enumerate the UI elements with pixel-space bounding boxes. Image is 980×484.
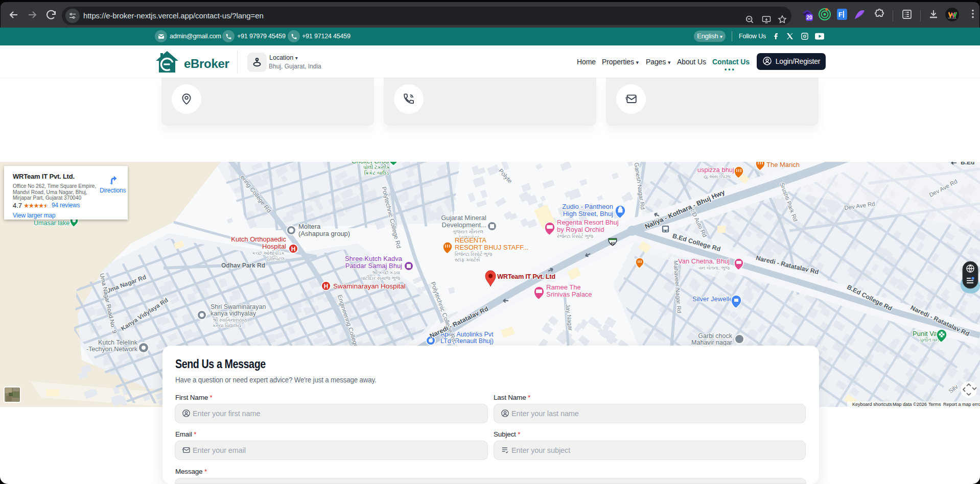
svg-text:Development...: Development... [442,221,486,229]
svg-text:હોસ્પિટલ: હોસ્પિટલ [267,256,285,261]
svg-text:F: F [838,11,843,18]
svg-text:Moltera: Moltera [298,223,321,230]
svg-text:શ્રી કચ્છ કડવા: શ્રી કચ્છ કડવા [372,270,400,275]
svg-text:WRTeam IT Pvt. Ltd: WRTeam IT Pvt. Ltd [497,273,555,280]
svg-text:યુ.એસ. પિઝા: યુ.એસ. પિઝા [704,174,731,179]
svg-text:The Marich: The Marich [766,162,800,168]
svg-text:પુનીત વન: પુનીત વન [920,337,939,343]
svg-text:Shri Swaminarayan: Shri Swaminarayan [211,303,266,310]
svg-text:Srinivas Palace: Srinivas Palace [546,291,592,298]
svg-text:Zudio - Pantheon: Zudio - Pantheon [562,203,613,210]
svg-text:રેજેન્ટા રિસોર્ટ ભુજ: રેજેન્ટા રિસોર્ટ ભુજ [557,233,593,239]
svg-text:H: H [291,246,296,253]
svg-text:Report a map error: Report a map error [943,402,980,407]
svg-text:કચ્છ ઓર્થોપેડિક: કચ્છ ઓર્થોપેડિક [252,250,285,256]
svg-text:પાટીદાર સમાજ ભુજ: પાટીદાર સમાજ ભુજ [361,275,400,281]
svg-text:20: 20 [806,15,812,20]
svg-text:ગુજરાત મીનરલ: ગુજરાત મીનરલ [452,229,483,234]
svg-text:Keyboard shortcuts: Keyboard shortcuts [852,402,892,407]
svg-text:LTd (Renault Bhuj): LTd (Renault Bhuj) [440,337,494,345]
svg-text:Terms: Terms [928,402,941,407]
svg-text:વન ચેતના, ભુજ: વન ચેતના, ભુજ [698,265,730,271]
svg-text:Map data ©2026: Map data ©2026 [893,402,927,407]
svg-text:Kutch Telelink: Kutch Telelink [98,339,138,346]
svg-text:B.Ed: B.Ed [961,162,974,166]
svg-text:કન્યા વિદ્યાલય: કન્યા વિદ્યાલય [213,323,242,328]
svg-text:Shree Kutch Kadva: Shree Kutch Kadva [345,255,403,262]
svg-text:REGENTA: REGENTA [455,236,486,244]
svg-text:H: H [324,283,329,290]
svg-text:Hospital: Hospital [262,243,286,250]
svg-text:Swaminarayan Hospital: Swaminarayan Hospital [333,282,406,290]
svg-text:Gujarat Mineral: Gujarat Mineral [441,214,486,222]
svg-text:ક્રિકેટ ચાઉંડ: ક્રિકેટ ચાઉંડ [364,168,389,176]
svg-text:Odhav Park Rd: Odhav Park Rd [221,262,265,269]
svg-text:High Street, Bhuj: High Street, Bhuj [563,210,613,217]
svg-text:WRTeam: WRTeam [948,17,956,19]
svg-text:Ramee The: Ramee The [546,283,581,291]
svg-text:by Royal Orchid: by Royal Orchid [557,226,604,233]
svg-text:સ્ટાફ ક્વાર્ટર્સ: સ્ટાફ ક્વાર્ટર્સ [455,257,480,262]
svg-text:Kutch Orthopaedic: Kutch Orthopaedic [231,235,286,243]
svg-text:(Ashapura group): (Ashapura group) [298,230,350,237]
svg-text:રિજેન્ટા રિસોર્ટ ભુજ: રિજેન્ટા રિસોર્ટ ભુજ [455,251,492,257]
svg-text:Umasar lake: Umasar lake [34,220,69,227]
svg-text:kanya vidhyalay: kanya vidhyalay [211,310,256,317]
svg-text:Regenta Resort Bhuj: Regenta Resort Bhuj [557,219,619,226]
svg-text:uspizza bhuj: uspizza bhuj [697,166,734,174]
svg-text:-Techyon Network: -Techyon Network [86,346,138,353]
svg-text:Garbi chock: Garbi chock [698,332,732,340]
svg-text:Mahavir nagar: Mahavir nagar [691,339,732,346]
svg-text:42: 42 [611,241,615,246]
svg-text:શ્રી સ્વામિનારાયણ: શ્રી સ્વામિનારાયણ [213,317,247,323]
svg-text:Van Chetna, Bhuj: Van Chetna, Bhuj [678,257,730,265]
svg-text:Patidar Samaj Bhuj: Patidar Samaj Bhuj [345,262,402,270]
svg-text:RESORT BHUJ STAFF...: RESORT BHUJ STAFF... [455,244,528,251]
svg-text:પોલી ટેકનીક: પોલી ટેકનીક [363,164,390,170]
